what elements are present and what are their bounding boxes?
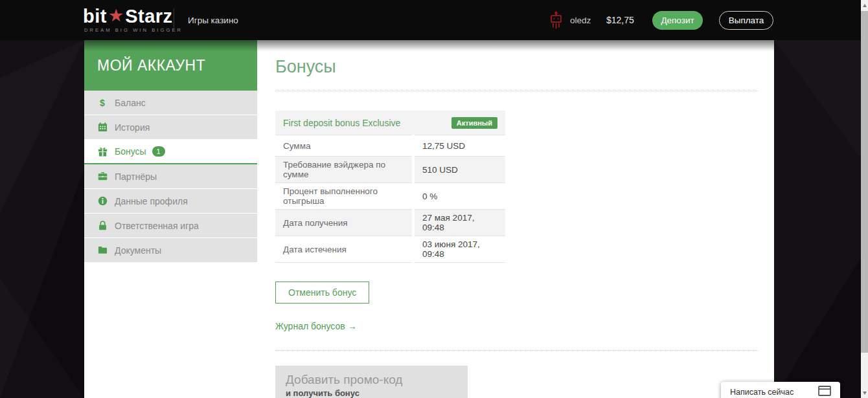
row-value: 12,75 USD: [415, 135, 505, 156]
scroll-up-arrow[interactable]: [861, 0, 868, 10]
row-value: 0 %: [415, 182, 505, 209]
status-badge: Активный: [451, 117, 497, 129]
chat-label: Написать сейчас: [730, 388, 818, 397]
title-divider: [275, 91, 758, 91]
sidebar-item-label: Баланс: [115, 98, 146, 108]
bonus-row-expiry-date: Дата истечения 03 июня 2017, 09:48: [275, 236, 505, 263]
header-divider: [174, 8, 174, 32]
row-label: Дата истечения: [275, 236, 412, 263]
bonus-card-header: First deposit bonus Exclusive Активный: [275, 111, 505, 135]
calendar-icon: [97, 122, 108, 133]
chat-window-icon: [818, 386, 831, 398]
section-divider: [275, 350, 758, 351]
folder-icon: [97, 245, 108, 256]
account-sidebar: МОЙ АККАУНТ $ Баланс История: [84, 40, 257, 398]
username-label[interactable]: oledz: [570, 0, 591, 40]
robot-avatar-icon: [549, 12, 563, 32]
row-label: Требование вэйджера по сумме: [275, 156, 412, 182]
deposit-button[interactable]: Депозит: [652, 11, 703, 30]
sidebar-item-label: Бонусы: [115, 146, 146, 157]
row-value: 27 мая 2017, 09:48: [415, 209, 505, 236]
journal-link-label: Журнал бонусов: [275, 321, 345, 331]
bitstarz-logo[interactable]: bit ★ Starz DREAM BIG WIN BIGGER: [83, 7, 183, 33]
sidebar-item-profile[interactable]: Данные профиля: [84, 189, 257, 213]
live-chat-widget[interactable]: Написать сейчас: [721, 382, 840, 398]
sidebar-item-documents[interactable]: Документы: [84, 238, 257, 262]
sidebar-header: МОЙ АККАУНТ: [84, 40, 257, 91]
scrollbar-thumb[interactable]: [861, 11, 868, 353]
bonus-row-amount: Сумма 12,75 USD: [275, 135, 505, 156]
bonus-row-wager: Требование вэйджера по сумме 510 USD: [275, 156, 505, 182]
cancel-bonus-button[interactable]: Отменить бонус: [275, 282, 369, 304]
briefcase-icon: [97, 171, 108, 182]
content-sheet: МОЙ АККАУНТ $ Баланс История: [84, 40, 774, 398]
arrow-right-icon: →: [348, 321, 356, 331]
bonus-count-badge: 1: [152, 146, 165, 157]
logo-text-bit: bit: [83, 7, 107, 26]
row-value: 510 USD: [415, 156, 505, 182]
balance-amount[interactable]: $12,75: [606, 0, 634, 40]
bonus-row-received-date: Дата получения 27 мая 2017, 09:48: [275, 209, 505, 236]
row-label: Сумма: [275, 135, 412, 156]
bonus-name: First deposit bonus Exclusive: [283, 118, 400, 128]
nav-casino-games[interactable]: Игры казино: [188, 0, 238, 40]
row-label: Дата получения: [275, 209, 412, 236]
info-icon: [97, 196, 108, 206]
sidebar-item-partners[interactable]: Партнёры: [84, 164, 257, 188]
sidebar-item-label: Партнёры: [115, 171, 157, 182]
payout-button[interactable]: Выплата: [719, 11, 773, 30]
bonus-card: First deposit bonus Exclusive Активный С…: [275, 111, 505, 263]
gift-icon: [97, 146, 108, 157]
promo-title: Добавить промо-код: [286, 373, 457, 387]
sidebar-item-label: История: [115, 122, 150, 133]
logo-text-starz: Starz: [125, 7, 172, 26]
scroll-down-arrow[interactable]: [861, 388, 868, 398]
row-value: 03 июня 2017, 09:48: [415, 236, 505, 263]
bonus-row-progress: Процент выполненного отыгрыша 0 %: [275, 182, 505, 209]
promo-code-box: Добавить промо-код и получить бонус: [275, 366, 468, 398]
lock-icon: [97, 221, 108, 231]
top-header-bar: bit ★ Starz DREAM BIG WIN BIGGER Игры ка…: [0, 0, 868, 40]
vertical-scrollbar[interactable]: [861, 0, 868, 398]
sidebar-item-label: Документы: [115, 245, 161, 256]
page-title: Бонусы: [275, 57, 758, 77]
main-content: Бонусы First deposit bonus Exclusive Акт…: [257, 40, 774, 398]
dollar-icon: $: [97, 98, 108, 108]
sidebar-item-balance[interactable]: $ Баланс: [84, 91, 257, 115]
star-icon: ★: [108, 7, 124, 25]
sidebar-item-responsible-gaming[interactable]: Ответственная игра: [84, 214, 257, 238]
sidebar-item-label: Данные профиля: [115, 196, 188, 206]
sidebar-title: МОЙ АККАУНТ: [97, 57, 205, 74]
logo-tagline: DREAM BIG WIN BIGGER: [83, 28, 183, 33]
promo-subtitle: и получить бонус: [286, 388, 457, 398]
sidebar-item-history[interactable]: История: [84, 115, 257, 139]
bonus-journal-link[interactable]: Журнал бонусов →: [275, 321, 758, 331]
row-label: Процент выполненного отыгрыша: [275, 182, 412, 209]
sidebar-item-bonuses[interactable]: Бонусы 1: [84, 140, 257, 164]
sidebar-item-label: Ответственная игра: [115, 221, 199, 231]
